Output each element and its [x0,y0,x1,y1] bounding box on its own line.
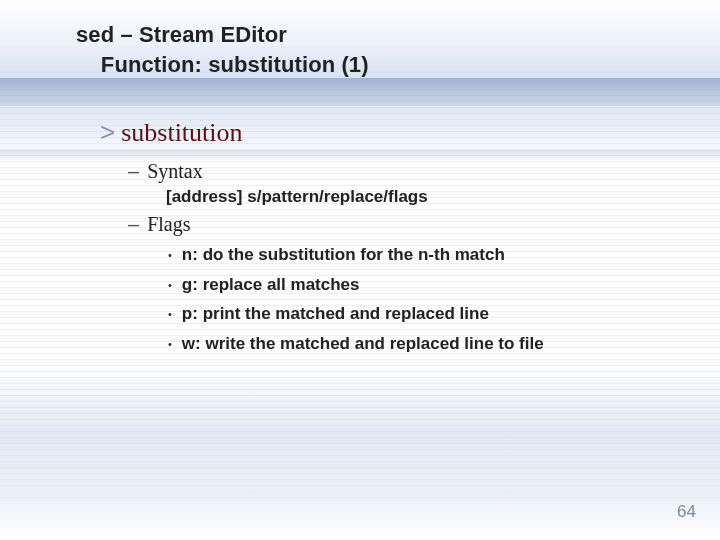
dash-icon: – [128,161,139,181]
flags-label: Flags [147,213,190,236]
list-item: • w: write the matched and replaced line… [168,331,680,357]
slide-title: sed – Stream EDitor Function: substituti… [76,20,369,79]
title-line-2: Function: substitution (1) [101,52,369,77]
slide-content: > substitution – Syntax [address] s/patt… [100,118,680,356]
flag-text: g: replace all matches [182,272,360,298]
bullet-level1: > substitution [100,118,680,148]
section-heading: substitution [121,118,242,148]
bullet-level2-syntax: – Syntax [128,160,680,183]
dash-icon: – [128,214,139,234]
syntax-text: [address] s/pattern/replace/flags [166,187,680,207]
flag-text: p: print the matched and replaced line [182,301,489,327]
list-item: • g: replace all matches [168,272,680,298]
bullet-level2-flags: – Flags [128,213,680,236]
bullet-icon: • [168,247,172,264]
flag-text: w: write the matched and replaced line t… [182,331,544,357]
title-line-1: sed – Stream EDitor [76,22,287,47]
bullet-icon: • [168,277,172,294]
bullet-icon: • [168,336,172,353]
decorative-band [0,78,720,106]
chevron-right-icon: > [100,119,115,145]
flags-list: • n: do the substitution for the n-th ma… [168,242,680,356]
page-number: 64 [677,502,696,522]
list-item: • n: do the substitution for the n-th ma… [168,242,680,268]
syntax-label: Syntax [147,160,203,183]
bullet-icon: • [168,306,172,323]
flag-text: n: do the substitution for the n-th matc… [182,242,505,268]
list-item: • p: print the matched and replaced line [168,301,680,327]
